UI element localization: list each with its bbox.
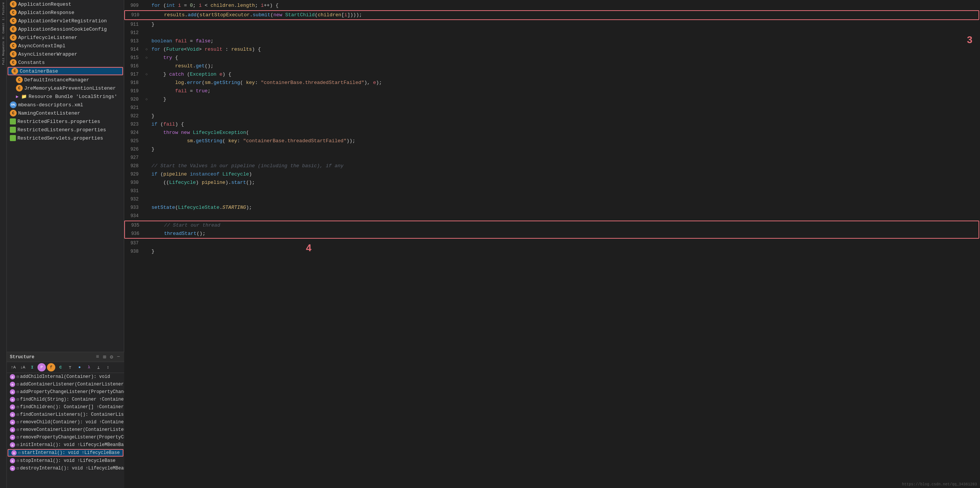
filter3-btn[interactable]: ↕: [104, 363, 112, 371]
override-marker: ⊟: [17, 382, 19, 387]
m-icon: m: [10, 389, 15, 395]
code-text: }: [150, 145, 980, 154]
filter1-btn[interactable]: ⊤: [66, 363, 74, 371]
tree-item-applicationresponse[interactable]: C ApplicationResponse: [7, 8, 124, 17]
f-btn[interactable]: f: [47, 363, 55, 371]
line-number: 909: [124, 2, 143, 10]
code-text: } catch (Exception e) {: [150, 70, 980, 79]
c-icon: C: [10, 34, 17, 41]
struct-removepropchange[interactable]: m ⊟ removePropertyChangeListener(Propert…: [7, 434, 124, 441]
file-icon: [10, 135, 16, 141]
activity-picture[interactable]: 1: Picture: [1, 2, 6, 21]
struct-destroyinternal[interactable]: m ⊟ destroyInternal(): void ↑LifecycleMB…: [7, 464, 124, 472]
code-text: }: [150, 95, 980, 104]
tree-item-restrictedlisteners[interactable]: RestrictedListeners.properties: [7, 125, 124, 134]
tree-item-namingcontext[interactable]: C NamingContextListener: [7, 109, 124, 117]
structure-list: m ⊟ addChildInternal(Container): void m …: [7, 373, 124, 488]
p-btn[interactable]: P: [38, 363, 46, 371]
struct-label: addContainerListener(ContainerListener):…: [20, 382, 124, 387]
code-text: boolean fail = false;: [150, 37, 980, 45]
lambda-btn[interactable]: λ: [85, 363, 93, 371]
sort-asc-btn[interactable]: ↑A: [9, 363, 18, 371]
filter-icon[interactable]: ⊞: [102, 353, 107, 361]
struct-findcontainerlisteners[interactable]: m ⊟ findContainerListeners(): ContainerL…: [7, 411, 124, 418]
interface-btn[interactable]: I: [28, 363, 37, 371]
override-marker: ⊟: [17, 435, 19, 440]
tree-item-defaultinstance[interactable]: C DefaultInstanceManager: [7, 76, 124, 84]
struct-label: removeChild(Container): void ↑Container: [20, 420, 124, 425]
tree-label: AsyncContextImpl: [18, 43, 65, 49]
activity-pull[interactable]: Pull Requests: [1, 41, 6, 65]
tree-item-asynclistener[interactable]: C AsyncListenerWrapper: [7, 50, 124, 58]
code-line-918: 918 log.error(sm.getString( key: "contai…: [124, 79, 980, 87]
struct-label: findChild(String): Container ↑Container: [20, 397, 124, 402]
line-number: 935: [125, 221, 144, 230]
sort-desc-btn[interactable]: ↓A: [19, 363, 27, 371]
struct-findchildren[interactable]: m ⊟ findChildren(): Container[] ↑Contain…: [7, 403, 124, 411]
tree-label: ApplicationSessionCookieConfig: [18, 27, 107, 32]
struct-label: findContainerListeners(): ContainerListe…: [20, 412, 124, 417]
circle-btn[interactable]: ●: [75, 363, 84, 371]
tree-item-restrictedservlets[interactable]: RestrictedServlets.properties: [7, 134, 124, 142]
override-marker: ⊟: [17, 374, 19, 379]
settings-icon[interactable]: ⚙: [109, 353, 114, 361]
override-marker: ⊟: [17, 443, 19, 447]
struct-removechild[interactable]: m ⊟ removeChild(Container): void ↑Contai…: [7, 418, 124, 426]
struct-addcontainer[interactable]: m ⊟ addContainerListener(ContainerListen…: [7, 380, 124, 388]
override-marker: ⊟: [17, 405, 19, 409]
xml-icon: XML: [10, 101, 17, 108]
tree-item-asynccontext[interactable]: C AsyncContextImpl: [7, 41, 124, 50]
c-icon: C: [10, 1, 17, 8]
struct-addpropchange[interactable]: m ⊟ addPropertyChangeListener(PropertyCh…: [7, 388, 124, 396]
override-marker: ⊟: [17, 390, 19, 394]
tree-label: ApplicationRequest: [18, 2, 71, 7]
activity-commit[interactable]: 0: Commit: [1, 22, 6, 40]
gutter: ◇: [143, 54, 150, 62]
m-icon: m: [10, 442, 15, 447]
code-line-914: 914 ◇ for (Future<Void> result : results…: [124, 45, 980, 54]
line-number: 926: [124, 145, 143, 154]
tree-item-applicationrequest[interactable]: C ApplicationRequest: [7, 0, 124, 8]
m-icon: m: [10, 466, 15, 471]
struct-stopinternal[interactable]: m ⊟ stopInternal(): void ↑LifecycleBase: [7, 457, 124, 464]
code-text: result.get();: [150, 62, 980, 70]
filter2-btn[interactable]: ⊥: [94, 363, 103, 371]
tree-label: JreMemoryLeakPreventionListener: [24, 86, 116, 91]
struct-removecontainer[interactable]: m ⊟ removeContainerListener(ContainerLis…: [7, 426, 124, 434]
struct-label: addPropertyChangeListener(PropertyChange…: [20, 389, 124, 395]
tree-item-constants[interactable]: C Constants: [7, 58, 124, 67]
tree-item-jrememory[interactable]: C JreMemoryLeakPreventionListener: [7, 84, 124, 92]
struct-label: findChildren(): Container[] ↑Container: [20, 404, 124, 410]
m-icon: m: [10, 427, 15, 433]
code-line-913: 913 boolean fail = false;: [124, 37, 980, 45]
panel-header: Structure ≡ ⊞ ⚙ −: [7, 352, 124, 362]
struct-findchild[interactable]: m ⊟ findChild(String): Container ↑Contai…: [7, 396, 124, 403]
tree-label: ApplicationServletRegistration: [18, 18, 107, 24]
line-number: 913: [124, 37, 143, 45]
code-text: // Start the Valves in our pipeline (inc…: [150, 162, 980, 170]
sort-icon[interactable]: ≡: [95, 353, 100, 361]
tree-item-restrictedfilters[interactable]: RestrictedFilters.properties: [7, 117, 124, 125]
code-line-938: 938 }: [124, 247, 980, 256]
line-number: 910: [125, 11, 144, 19]
class-btn[interactable]: C: [56, 363, 65, 371]
close-icon[interactable]: −: [116, 353, 121, 361]
struct-initinternal[interactable]: m ⊟ initInternal(): void ↑LifecycleMBean…: [7, 441, 124, 448]
watermark: https://blog.csdn.net/qq_34361283: [902, 482, 977, 486]
tree-item-appsessioncookie[interactable]: C ApplicationSessionCookieConfig: [7, 25, 124, 33]
c-icon: C: [10, 42, 17, 49]
line-number: 928: [124, 162, 143, 170]
m-icon: m: [10, 420, 15, 425]
line-number: 920: [124, 95, 143, 104]
file-icon: [10, 119, 16, 124]
tree-item-mbeans[interactable]: XML mbeans-descriptors.xml: [7, 101, 124, 109]
override-marker: ⊟: [17, 412, 19, 417]
tree-item-aprlifecycle[interactable]: C AprLifecycleListener: [7, 33, 124, 41]
override-marker: ⊟: [17, 466, 19, 471]
tree-item-resourcebundle[interactable]: ▶ 📁 Resource Bundle 'LocalStrings': [7, 92, 124, 101]
tree-item-containerbase[interactable]: C ContainerBase: [8, 67, 123, 75]
struct-addchild[interactable]: m ⊟ addChildInternal(Container): void: [7, 373, 124, 380]
line-number: 933: [124, 203, 143, 212]
struct-startinternal[interactable]: m ⊟ startInternal(): void ↑LifecycleBase: [8, 449, 123, 456]
tree-item-appservletreg[interactable]: C ApplicationServletRegistration: [7, 17, 124, 25]
